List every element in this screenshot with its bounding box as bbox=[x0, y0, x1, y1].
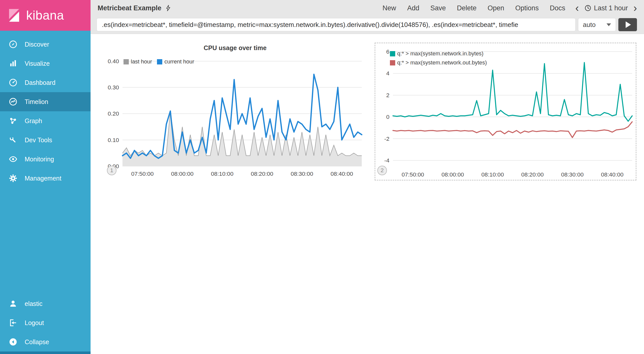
clock-icon bbox=[584, 5, 591, 12]
svg-text:08:40:00: 08:40:00 bbox=[601, 171, 623, 178]
svg-text:6: 6 bbox=[386, 48, 389, 55]
kibana-logo-text: kibana bbox=[26, 8, 64, 23]
sidebar-item-visualize[interactable]: Visualize bbox=[0, 54, 91, 73]
svg-text:08:00:00: 08:00:00 bbox=[441, 171, 464, 178]
sidebar-nav: DiscoverVisualizeDashboardTimelionGraphD… bbox=[0, 35, 91, 188]
timepicker: ‹ Last 1 hour › bbox=[575, 4, 637, 12]
svg-text:07:50:00: 07:50:00 bbox=[401, 171, 424, 178]
svg-text:0.30: 0.30 bbox=[108, 84, 119, 91]
sidebar-item-management[interactable]: Management bbox=[0, 169, 91, 188]
svg-text:08:20:00: 08:20:00 bbox=[251, 170, 273, 177]
sidebar-item-label: elastic bbox=[25, 300, 43, 307]
run-query-button[interactable] bbox=[618, 18, 637, 31]
toolbar-docs-button[interactable]: Docs bbox=[550, 4, 565, 12]
legend-item: last hour bbox=[124, 58, 152, 65]
interval-select[interactable]: auto bbox=[578, 18, 616, 31]
legend-swatch bbox=[157, 59, 162, 64]
legend-label: q:* > max(system.network.out.bytes) bbox=[397, 59, 487, 66]
svg-text:08:10:00: 08:10:00 bbox=[481, 171, 504, 178]
kibana-logo-icon bbox=[6, 7, 22, 23]
sidebar-footer: elasticLogoutCollapse bbox=[0, 294, 91, 351]
toolbar-delete-button[interactable]: Delete bbox=[457, 4, 476, 12]
svg-text:08:30:00: 08:30:00 bbox=[561, 171, 584, 178]
legend-label: q:* > max(system.network.in.bytes) bbox=[397, 50, 484, 57]
timelion-panel-2[interactable]: q:* > max(system.network.in.bytes)q:* > … bbox=[375, 43, 636, 181]
query-bar: auto bbox=[91, 16, 644, 34]
user-icon bbox=[9, 299, 18, 308]
charts-row: CPU usage over time last hourcurrent hou… bbox=[91, 34, 644, 181]
legend-swatch bbox=[390, 51, 395, 56]
sidebar-item-discover[interactable]: Discover bbox=[0, 35, 91, 54]
svg-text:08:20:00: 08:20:00 bbox=[521, 171, 544, 178]
svg-text:0.10: 0.10 bbox=[108, 137, 119, 143]
svg-text:0.20: 0.20 bbox=[108, 110, 119, 117]
sidebar-bottom-strip bbox=[0, 351, 91, 354]
svg-text:08:30:00: 08:30:00 bbox=[291, 170, 313, 177]
sidebar-item-label: Dashboard bbox=[25, 79, 55, 86]
sidebar-item-elastic[interactable]: elastic bbox=[0, 294, 91, 313]
chart-legend: q:* > max(system.network.in.bytes)q:* > … bbox=[390, 50, 487, 66]
breadcrumb: Metricbeat Example bbox=[98, 4, 172, 12]
legend-item: q:* > max(system.network.out.bytes) bbox=[390, 59, 487, 66]
panel-number-badge: 2 bbox=[377, 166, 387, 175]
sidebar-item-collapse[interactable]: Collapse bbox=[0, 332, 91, 351]
sidebar-item-label: Graph bbox=[25, 117, 42, 125]
logout-icon bbox=[9, 318, 18, 327]
chevron-down-icon bbox=[607, 23, 611, 26]
sidebar-item-label: Discover bbox=[25, 41, 49, 48]
sidebar-item-graph[interactable]: Graph bbox=[0, 111, 91, 130]
time-range-label: Last 1 hour bbox=[594, 4, 628, 12]
svg-text:08:00:00: 08:00:00 bbox=[171, 170, 193, 177]
gear-icon bbox=[9, 174, 18, 183]
svg-text:08:10:00: 08:10:00 bbox=[211, 170, 233, 177]
timelion-query-input[interactable] bbox=[97, 18, 576, 31]
sidebar-item-dev-tools[interactable]: Dev Tools bbox=[0, 130, 91, 150]
sidebar-item-label: Monitoring bbox=[25, 156, 54, 163]
sidebar-item-label: Timelion bbox=[25, 98, 48, 105]
collapse-icon bbox=[9, 337, 18, 346]
sidebar-item-label: Dev Tools bbox=[25, 136, 52, 144]
bolt-icon bbox=[165, 5, 172, 11]
legend-swatch bbox=[390, 60, 395, 65]
main-area: Metricbeat Example NewAddSaveDeleteOpenO… bbox=[91, 0, 644, 354]
sidebar: kibana DiscoverVisualizeDashboardTimelio… bbox=[0, 0, 91, 354]
sidebar-item-label: Visualize bbox=[25, 60, 50, 67]
legend-item: q:* > max(system.network.in.bytes) bbox=[390, 50, 487, 57]
toolbar-add-button[interactable]: Add bbox=[407, 4, 419, 12]
legend-swatch bbox=[124, 59, 129, 64]
page-title: Metricbeat Example bbox=[98, 4, 162, 12]
sidebar-item-label: Logout bbox=[25, 319, 44, 327]
graph-icon bbox=[9, 116, 18, 125]
dashboard-icon bbox=[9, 78, 18, 87]
legend-item: current hour bbox=[157, 58, 194, 65]
legend-label: current hour bbox=[164, 58, 194, 65]
toolbar-options-button[interactable]: Options bbox=[515, 4, 539, 12]
toolbar-new-button[interactable]: New bbox=[383, 4, 396, 12]
time-next-button[interactable]: › bbox=[633, 4, 637, 12]
sidebar-item-label: Collapse bbox=[25, 338, 49, 346]
sidebar-item-dashboard[interactable]: Dashboard bbox=[0, 73, 91, 92]
sidebar-item-label: Management bbox=[25, 175, 61, 182]
kibana-app: kibana DiscoverVisualizeDashboardTimelio… bbox=[0, 0, 644, 354]
wrench-icon bbox=[9, 135, 18, 145]
panel-number-badge: 1 bbox=[107, 166, 116, 175]
toolbar-open-button[interactable]: Open bbox=[488, 4, 504, 12]
time-prev-button[interactable]: ‹ bbox=[575, 4, 579, 12]
toolbar-menu: NewAddSaveDeleteOpenOptionsDocs bbox=[383, 4, 565, 12]
visualize-icon bbox=[9, 59, 18, 68]
cpu-usage-chart: 0.000.100.200.300.4007:50:0008:00:0008:1… bbox=[105, 52, 365, 178]
timepicker-button[interactable]: Last 1 hour bbox=[584, 4, 628, 12]
play-icon bbox=[626, 21, 631, 28]
toolbar-save-button[interactable]: Save bbox=[430, 4, 446, 12]
timelion-panel-1[interactable]: CPU usage over time last hourcurrent hou… bbox=[104, 43, 366, 181]
svg-text:-4: -4 bbox=[384, 157, 390, 164]
sidebar-item-monitoring[interactable]: Monitoring bbox=[0, 150, 91, 169]
toolbar: Metricbeat Example NewAddSaveDeleteOpenO… bbox=[91, 0, 644, 16]
legend-label: last hour bbox=[131, 58, 152, 65]
sidebar-item-logout[interactable]: Logout bbox=[0, 313, 91, 332]
interval-value: auto bbox=[583, 21, 596, 29]
svg-text:08:40:00: 08:40:00 bbox=[331, 170, 353, 177]
sidebar-item-timelion[interactable]: Timelion bbox=[0, 92, 91, 111]
kibana-logo[interactable]: kibana bbox=[0, 0, 91, 31]
chart-title: CPU usage over time bbox=[105, 44, 365, 52]
